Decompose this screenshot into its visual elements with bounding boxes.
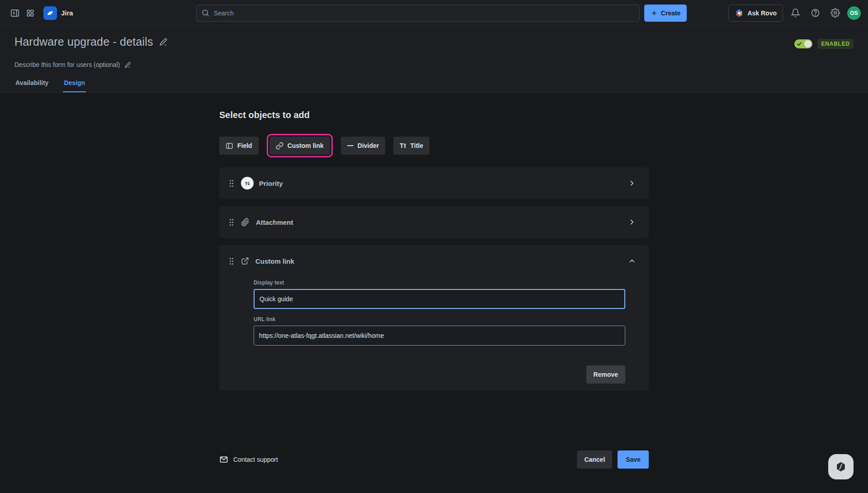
- app-name: Jira: [61, 9, 73, 17]
- form-description-placeholder: Describe this form for users (optional): [14, 61, 120, 68]
- priority-card-header[interactable]: Priority: [219, 167, 649, 199]
- add-field-label: Field: [237, 142, 252, 149]
- drag-handle-icon[interactable]: [229, 180, 234, 187]
- sidebar-expand-icon: [10, 8, 20, 18]
- card-label: Priority: [259, 180, 283, 187]
- check-icon: [797, 41, 802, 47]
- enabled-toggle[interactable]: [794, 39, 812, 48]
- remove-button[interactable]: Remove: [586, 365, 625, 384]
- drag-handle-icon[interactable]: [229, 257, 234, 265]
- notifications-button[interactable]: [788, 5, 803, 21]
- paperclip-icon: [241, 218, 250, 227]
- form-header: Hardware upgrade - details: [0, 26, 868, 93]
- settings-button[interactable]: [827, 5, 843, 21]
- divider-icon: [347, 145, 354, 146]
- plus-icon: [651, 9, 658, 17]
- topbar-right-cluster: Ask Rovo: [728, 5, 861, 22]
- ask-rovo-label: Ask Rovo: [747, 9, 777, 17]
- drag-handle-icon[interactable]: [229, 218, 234, 226]
- form-object-card-priority: Priority: [219, 167, 649, 199]
- create-button-label: Create: [661, 9, 681, 17]
- search-input[interactable]: [196, 5, 640, 22]
- gear-icon: [830, 8, 840, 18]
- ask-rovo-button[interactable]: Ask Rovo: [728, 5, 783, 22]
- priority-icon: [241, 177, 254, 190]
- chevron-up-icon[interactable]: [628, 257, 636, 265]
- tab-availability[interactable]: Availability: [14, 79, 49, 92]
- avatar-initials: OS: [850, 10, 858, 16]
- link-icon: [276, 142, 283, 150]
- page-title: Hardware upgrade - details: [14, 35, 153, 48]
- jira-logo-icon: [43, 6, 57, 20]
- global-search: [196, 5, 640, 22]
- top-navigation-bar: Jira Create: [0, 0, 868, 26]
- edit-description-pencil-icon: [124, 62, 131, 68]
- display-text-input[interactable]: [254, 289, 625, 309]
- tab-design[interactable]: Design: [63, 79, 86, 92]
- custom-link-card-header[interactable]: Custom link: [219, 245, 649, 277]
- title-icon: Tt: [400, 142, 406, 149]
- form-status: ENABLED: [794, 39, 854, 49]
- toggle-knob: [804, 40, 811, 47]
- sidebar-toggle-button[interactable]: [7, 5, 23, 21]
- question-circle-icon: [811, 8, 820, 18]
- external-link-icon: [241, 257, 249, 265]
- app-switcher-button[interactable]: [23, 5, 38, 21]
- envelope-icon: [219, 455, 228, 464]
- contact-support-label: Contact support: [233, 456, 278, 463]
- form-object-card-attachment: Attachment: [219, 206, 649, 238]
- add-title-button[interactable]: Tt Title: [393, 137, 429, 155]
- bell-icon: [791, 8, 800, 18]
- display-text-label: Display text: [254, 280, 625, 286]
- object-type-buttons: Field Custom link Divider Tt Title: [219, 137, 649, 155]
- app-grid-icon: [26, 9, 35, 18]
- form-footer: Contact support Cancel Save: [219, 450, 649, 469]
- chevron-right-icon[interactable]: [628, 218, 636, 226]
- search-icon: [201, 9, 210, 17]
- custom-link-editor: Display text URL link Remove: [219, 280, 649, 391]
- add-title-label: Title: [410, 142, 423, 149]
- status-badge: ENABLED: [817, 39, 854, 49]
- rovo-cube-icon: [735, 9, 744, 18]
- edit-description-control[interactable]: Describe this form for users (optional): [14, 61, 854, 68]
- add-field-button[interactable]: Field: [219, 137, 259, 155]
- brand-home-link[interactable]: Jira: [43, 6, 73, 20]
- url-link-label: URL link: [254, 316, 625, 322]
- card-label: Custom link: [255, 257, 294, 265]
- form-tabs: Availability Design: [14, 79, 854, 92]
- add-divider-label: Divider: [358, 142, 379, 149]
- chevron-right-icon[interactable]: [628, 179, 636, 187]
- user-avatar[interactable]: OS: [847, 6, 861, 20]
- card-label: Attachment: [256, 218, 293, 226]
- section-title: Select objects to add: [219, 110, 649, 120]
- form-object-card-custom-link: Custom link Display text URL link Remove: [219, 245, 649, 391]
- field-icon: [226, 142, 233, 150]
- help-button[interactable]: [807, 5, 823, 21]
- add-custom-link-label: Custom link: [288, 142, 324, 149]
- form-design-canvas: Select objects to add Field: [0, 93, 868, 469]
- add-custom-link-button[interactable]: Custom link: [269, 137, 330, 155]
- contact-support-link[interactable]: Contact support: [219, 455, 278, 464]
- assistant-floating-button[interactable]: [828, 454, 854, 479]
- create-button[interactable]: Create: [644, 5, 687, 22]
- add-divider-button[interactable]: Divider: [341, 137, 385, 155]
- cancel-button[interactable]: Cancel: [577, 450, 612, 469]
- save-button[interactable]: Save: [618, 450, 649, 469]
- edit-title-pencil-icon: [159, 38, 168, 46]
- hexagon-logo-icon: [835, 461, 847, 473]
- edit-title-control[interactable]: Hardware upgrade - details: [14, 35, 168, 48]
- url-link-input[interactable]: [254, 326, 625, 346]
- attachment-card-header[interactable]: Attachment: [219, 206, 649, 238]
